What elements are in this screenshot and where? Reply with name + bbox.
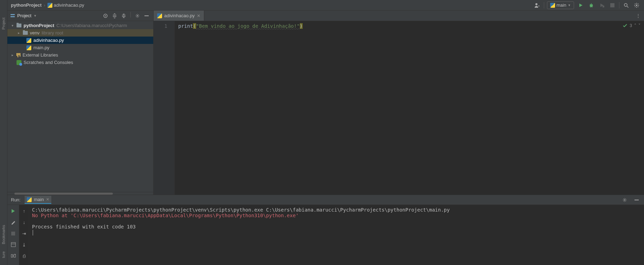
tree-root-name: pythonProject (24, 23, 54, 28)
editor-more-button[interactable]: ⋮ (634, 12, 642, 20)
close-tab-button[interactable]: ✕ (197, 13, 200, 18)
python-file-icon (26, 38, 31, 43)
inspections-widget[interactable]: 3 ˄ ˅ (623, 23, 640, 28)
toolbar-right: main ▼ (533, 1, 640, 9)
print-button[interactable]: ⎙ (20, 252, 28, 260)
tool-tab-bookmarks[interactable]: Bookmarks (1, 225, 6, 244)
tree-item-label: adivinhacao.py (33, 38, 64, 43)
tree-item-label: Scratches and Consoles (24, 60, 73, 65)
panel-settings-button[interactable] (134, 12, 141, 20)
tool-tab-structure[interactable]: ture (1, 251, 6, 258)
svg-rect-3 (610, 3, 614, 7)
python-icon (27, 197, 32, 202)
editor-tab-active[interactable]: adivinhacao.py ✕ (154, 11, 204, 21)
breadcrumb-project[interactable]: pythonProject (11, 2, 41, 8)
down-stack-button[interactable]: ↓ (20, 218, 28, 226)
tree-item-ext-libs[interactable]: ▸ External Libraries (7, 51, 153, 59)
pin-tab-button[interactable] (9, 252, 17, 260)
next-problem-button[interactable]: ˅ (638, 23, 640, 28)
chevron-down-icon: ▼ (33, 14, 37, 18)
breadcrumb-file[interactable]: adivinhacao.py (47, 2, 84, 8)
scroll-to-end-button[interactable]: ⤓ (20, 241, 28, 248)
svg-rect-13 (635, 200, 639, 200)
separator (130, 12, 131, 18)
tree-item-scratches[interactable]: Scratches and Consoles (7, 59, 153, 66)
run-tab[interactable]: main ✕ (25, 196, 51, 204)
project-tree[interactable]: ▾ pythonProject C:\Users\fabiana.marucci… (7, 21, 153, 192)
tree-item[interactable]: main.py (7, 44, 153, 51)
python-file-icon (47, 3, 52, 8)
soft-wrap-button[interactable]: ⇥ (20, 230, 28, 237)
breadcrumb-file-label: adivinhacao.py (54, 2, 84, 8)
restore-layout-button[interactable] (9, 241, 17, 248)
hide-run-panel-button[interactable] (633, 196, 640, 204)
close-tab-button[interactable]: ✕ (46, 197, 49, 202)
search-everywhere-button[interactable] (622, 1, 630, 9)
editor-tabs: adivinhacao.py ✕ ⋮ (154, 11, 644, 21)
tree-item-venv[interactable]: ▸ venv library root (7, 29, 153, 37)
modify-run-config-button[interactable] (9, 218, 17, 226)
content-row: Project ▼ ▾ pythonProject C:\Use (7, 11, 644, 195)
tree-root[interactable]: ▾ pythonProject C:\Users\fabiana.marucci… (7, 22, 153, 29)
user-icon[interactable] (533, 1, 541, 9)
main-area: pythonProject › adivinhacao.py main ▼ (7, 0, 644, 265)
svg-point-9 (105, 15, 106, 16)
run-config-selector[interactable]: main ▼ (547, 1, 574, 9)
tool-tab-project[interactable]: Project (1, 18, 6, 30)
console-output[interactable]: C:\Users\fabiana.marucci\PycharmProjects… (29, 205, 644, 265)
folder-icon (23, 31, 28, 35)
editor-body[interactable]: 1 print("Bem vindo ao jogo de Adivinhaçã… (154, 21, 644, 195)
svg-point-4 (624, 4, 627, 6)
editor-gutter: 1 (154, 21, 175, 195)
python-icon (550, 3, 555, 8)
python-file-icon (26, 45, 31, 50)
select-opened-file-button[interactable] (102, 12, 109, 20)
settings-button[interactable] (633, 1, 640, 9)
horizontal-scrollbar[interactable] (7, 192, 153, 195)
scrollbar-thumb[interactable] (14, 193, 113, 195)
token-paren: ) (300, 23, 303, 29)
stop-run-button[interactable] (9, 230, 17, 237)
chevron-down-icon: ▾ (10, 24, 14, 27)
project-view-icon (10, 13, 15, 18)
stop-button (608, 1, 616, 9)
run-button[interactable] (577, 1, 585, 9)
up-stack-button[interactable]: ↑ (20, 207, 28, 215)
svg-rect-11 (144, 15, 149, 16)
expand-all-button[interactable] (111, 12, 118, 20)
collapse-all-button[interactable] (120, 12, 128, 20)
tree-root-path: C:\Users\fabiana.marucci\Pycharm (56, 23, 127, 28)
editor-area: adivinhacao.py ✕ ⋮ 1 print("Bem vindo ao… (154, 11, 644, 195)
run-coverage-button (598, 1, 606, 9)
console-line: Process finished with exit code 103 (32, 224, 136, 230)
editor-tab-label: adivinhacao.py (164, 13, 195, 18)
check-icon (623, 23, 627, 28)
project-panel-actions (102, 12, 150, 20)
hide-panel-button[interactable] (143, 12, 150, 20)
project-view-selector[interactable]: Project ▼ (10, 13, 99, 18)
line-number: 1 (154, 23, 167, 29)
chevron-right-icon: ▸ (10, 53, 14, 57)
svg-rect-2 (603, 6, 604, 7)
token-function: print (178, 23, 193, 29)
svg-rect-6 (11, 14, 15, 15)
chevron-down-icon: ▼ (568, 4, 571, 7)
svg-rect-7 (11, 16, 15, 17)
svg-point-10 (137, 15, 138, 17)
rerun-button[interactable] (9, 207, 17, 215)
svg-rect-17 (14, 254, 15, 257)
code-area[interactable]: print("Bem vindo ao jogo de Adivinhação!… (175, 21, 644, 195)
python-file-icon (157, 13, 162, 18)
debug-button[interactable] (587, 1, 595, 9)
tree-item-selected[interactable]: adivinhacao.py (7, 37, 153, 44)
run-panel-label: Run: (11, 197, 20, 202)
run-panel-settings-button[interactable] (621, 196, 629, 204)
folder-icon (17, 24, 21, 27)
svg-point-0 (535, 3, 537, 5)
console-error-line: No Python at 'C:\Users\fabiana.marucci\A… (32, 213, 299, 218)
prev-problem-button[interactable]: ˄ (634, 23, 636, 28)
run-tab-label: main (34, 197, 44, 202)
separator (544, 2, 544, 8)
tree-item-label: venv (30, 30, 39, 35)
run-config-label: main (556, 2, 566, 8)
